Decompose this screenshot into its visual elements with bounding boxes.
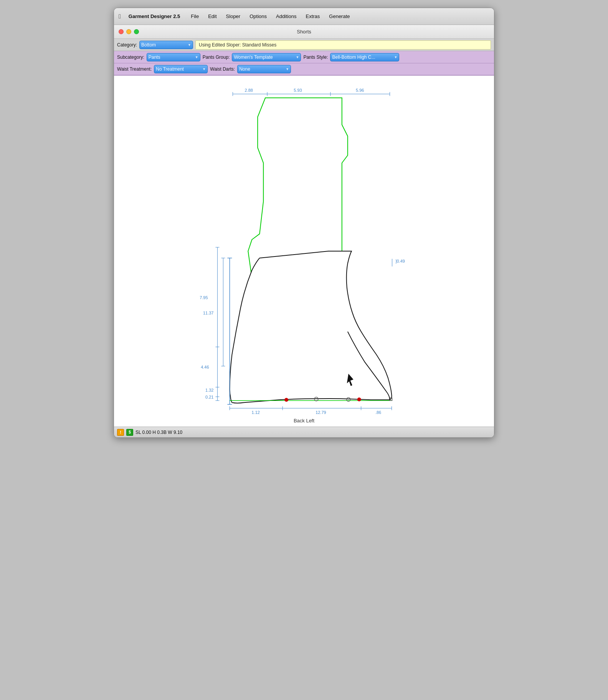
dim-bottom-left: 1.12: [252, 410, 260, 415]
window-title: Shorts: [297, 29, 311, 35]
pants-style-arrow-icon: ▼: [394, 55, 398, 59]
dim-left-mid: 11.37: [203, 311, 213, 315]
sloper-info: Using Edited Sloper: Standard Misses: [195, 40, 491, 50]
waist-treatment-select[interactable]: No Treatment ▼: [154, 65, 208, 73]
dollar-icon: $: [126, 429, 133, 436]
waist-treatment-value: No Treatment: [156, 66, 184, 72]
subcategory-arrow-icon: ▼: [195, 55, 198, 59]
category-select[interactable]: Bottom ▼: [139, 41, 193, 49]
category-label: Category:: [117, 42, 137, 48]
minimize-button[interactable]: [126, 29, 131, 34]
toolbar-row-1: Category: Bottom ▼ Using Edited Sloper: …: [114, 39, 494, 51]
menu-bar:  Garment Designer 2.5 File Edit Sloper …: [114, 8, 494, 25]
left-dimensions: [215, 247, 225, 366]
dim-top-left: 2.88: [245, 88, 253, 93]
top-dimensions: [233, 92, 390, 96]
waist-treatment-label: Waist Treatment:: [117, 66, 152, 72]
canvas-label: Back Left: [294, 418, 314, 424]
menu-extras[interactable]: Extras: [304, 13, 321, 20]
status-bar: ! $ SL 0.00 H 0.3B W 9.10: [114, 427, 494, 437]
dim-top-right: 5.96: [356, 88, 364, 93]
close-button[interactable]: [119, 29, 124, 34]
pants-style-label: Pants Style:: [303, 55, 328, 60]
waist-treatment-arrow-icon: ▼: [202, 67, 206, 71]
pants-group-value: Women's Template: [234, 55, 273, 60]
apple-logo-icon: : [119, 13, 121, 20]
app-title: Garment Designer 2.5: [129, 13, 180, 19]
subcategory-label: Subcategory:: [117, 55, 144, 60]
dim-top-mid: 5.93: [294, 88, 302, 93]
main-window:  Garment Designer 2.5 File Edit Sloper …: [114, 8, 494, 438]
category-value: Bottom: [141, 42, 156, 48]
dim-left-1: 1.32: [205, 388, 213, 392]
subcategory-value: Pants: [149, 55, 160, 60]
waist-darts-label: Waist Darts:: [210, 66, 235, 72]
waist-darts-select[interactable]: None ▼: [237, 65, 291, 73]
dim-left-upper: 7.95: [200, 295, 208, 300]
red-point-1: [284, 398, 288, 402]
dim-bottom-mid: 12.79: [316, 410, 326, 415]
waist-darts-arrow-icon: ▼: [286, 67, 289, 71]
status-text: SL 0.00 H 0.3B W 9.10: [135, 430, 182, 435]
menu-edit[interactable]: Edit: [207, 13, 218, 20]
warning-icon: !: [117, 429, 124, 436]
dim-left-2: 0.21: [205, 395, 213, 399]
pants-style-value: Bell-Bottom High C...: [332, 55, 375, 60]
sloper-info-text: Using Edited Sloper: Standard Misses: [199, 42, 276, 48]
red-point-2: [357, 397, 361, 401]
dim-bottom-right: .86: [375, 410, 381, 415]
maximize-button[interactable]: [134, 29, 139, 34]
toolbar-row-3: Waist Treatment: No Treatment ▼ Waist Da…: [114, 63, 494, 76]
pants-group-label: Pants Group:: [203, 55, 230, 60]
menu-generate[interactable]: Generate: [327, 13, 351, 20]
dim-right-upper: ]0.49: [396, 259, 405, 263]
subcategory-select[interactable]: Pants ▼: [147, 53, 200, 61]
menu-additions[interactable]: Additions: [274, 13, 298, 20]
menu-sloper[interactable]: Sloper: [225, 13, 242, 20]
canvas-area[interactable]: 2.88 5.93 5.96 ]0.49 7.95 11.37: [114, 76, 494, 427]
traffic-lights: [119, 29, 139, 34]
pants-group-arrow-icon: ▼: [296, 55, 299, 59]
menu-options[interactable]: Options: [248, 13, 268, 20]
toolbar-row-2: Subcategory: Pants ▼ Pants Group: Women'…: [114, 51, 494, 63]
category-arrow-icon: ▼: [188, 43, 191, 47]
pattern-canvas: 2.88 5.93 5.96 ]0.49 7.95 11.37: [114, 76, 494, 427]
title-bar: Shorts: [114, 25, 494, 39]
menu-file[interactable]: File: [189, 13, 200, 20]
pants-style-select[interactable]: Bell-Bottom High C... ▼: [330, 53, 399, 61]
black-pattern-outline: [230, 251, 392, 403]
dim-left-lower: 4.46: [201, 365, 209, 369]
waist-darts-value: None: [239, 66, 250, 72]
pants-group-select[interactable]: Women's Template ▼: [232, 53, 301, 61]
